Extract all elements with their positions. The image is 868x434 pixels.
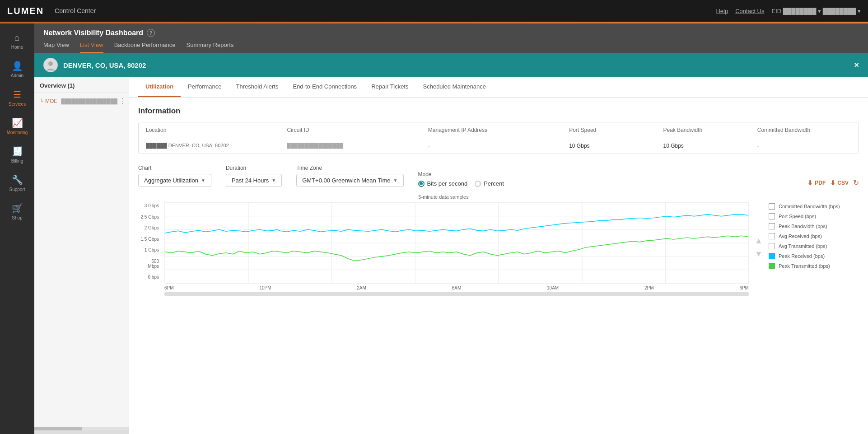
resize-handle[interactable] xyxy=(34,430,129,434)
contact-link[interactable]: Contact Us xyxy=(735,8,764,14)
chart-dropdown-arrow: ▼ xyxy=(201,178,205,183)
download-csv-icon: ⬇ xyxy=(830,179,835,187)
duration-value: Past 24 Hours xyxy=(232,177,269,184)
left-panel-scroll[interactable]: MOE ████████████████ ⋮ xyxy=(34,93,129,427)
scroll-up-icon[interactable]: ▲ xyxy=(755,236,763,246)
legend-checkbox-portspeed[interactable] xyxy=(769,213,775,219)
csv-button[interactable]: ⬇ CSV xyxy=(830,179,849,187)
tab-utilization[interactable]: Utilization xyxy=(138,77,181,97)
tab-e2e[interactable]: End-to-End Connections xyxy=(285,77,364,97)
duration-label: Duration xyxy=(226,165,282,171)
legend-label-4: Avg Transmitted (bps) xyxy=(779,243,827,249)
cell-location: ██████ DENVER, CO, USA, 80202 xyxy=(146,143,287,149)
legend-checkbox-avgreceived[interactable] xyxy=(769,233,775,239)
dashboard-title-row: Network Visibility Dashboard ? xyxy=(43,29,859,37)
timezone-selector-group: Time Zone GMT+0.00 Greenwich Mean Time ▼ xyxy=(296,165,403,187)
legend-checkbox-committed[interactable] xyxy=(769,203,775,210)
pdf-label: PDF xyxy=(815,180,826,186)
monitoring-icon: 📈 xyxy=(12,117,23,128)
right-panel[interactable]: Utilization Performance Threshold Alerts… xyxy=(129,77,868,434)
col-peak-bw: Peak Bandwidth xyxy=(663,127,757,133)
left-panel-hscroll-thumb xyxy=(34,427,82,430)
pdf-button[interactable]: ⬇ PDF xyxy=(807,179,826,187)
duration-selector-group: Duration Past 24 Hours ▼ xyxy=(226,165,282,187)
tab-summary[interactable]: Summary Reports xyxy=(187,42,234,53)
mode-bps-dot xyxy=(418,181,425,187)
y-label-2: 2 Gbps xyxy=(140,225,162,230)
duration-dropdown[interactable]: Past 24 Hours ▼ xyxy=(226,174,282,187)
panel-content: Information Location Circuit ID Manageme… xyxy=(129,98,868,305)
help-circle-icon[interactable]: ? xyxy=(147,29,155,37)
scroll-down-icon[interactable]: ▼ xyxy=(755,249,763,259)
mode-group: Mode Bits per second Percent xyxy=(418,171,504,187)
sidebar-item-shop[interactable]: 🛒 Shop xyxy=(0,197,34,226)
top-nav-right: Help Contact Us EID ████████ ▾ ████████ … xyxy=(716,8,861,14)
content-area: Network Visibility Dashboard ? Map View … xyxy=(34,23,868,434)
legend-checkbox-peakbw[interactable] xyxy=(769,223,775,229)
sidebar-item-home[interactable]: ⌂ Home xyxy=(0,27,34,55)
legend-checkbox-peaktransmitted[interactable] xyxy=(769,263,775,269)
chart-value: Aggregate Utilization xyxy=(144,177,198,184)
x-label-0: 6PM xyxy=(164,285,174,290)
mode-percent[interactable]: Percent xyxy=(475,180,504,187)
sidebar-label-home: Home xyxy=(11,45,23,50)
dashboard-title: Network Visibility Dashboard xyxy=(43,29,143,37)
download-pdf-icon: ⬇ xyxy=(807,179,813,187)
chart-svg xyxy=(164,202,749,284)
sidebar-item-monitoring[interactable]: 📈 Monitoring xyxy=(0,112,34,140)
chart-with-yaxis: 3 Gbps 2.5 Gbps 2 Gbps 1.5 Gbps 1 Gbps 5… xyxy=(138,202,749,290)
legend-checkbox-peakreceived[interactable] xyxy=(769,253,775,259)
dashboard-header: Network Visibility Dashboard ? Map View … xyxy=(34,23,868,53)
overview-title: Overview (1) xyxy=(40,82,75,89)
legend-label-3: Avg Received (bps) xyxy=(779,233,822,239)
shop-icon: 🛒 xyxy=(12,203,23,214)
billing-icon: 🧾 xyxy=(12,146,23,157)
help-link[interactable]: Help xyxy=(716,8,728,14)
mode-bps[interactable]: Bits per second xyxy=(418,180,468,187)
x-label-5: 2PM xyxy=(644,285,654,290)
info-section: Information Location Circuit ID Manageme… xyxy=(138,107,859,154)
tab-map-view[interactable]: Map View xyxy=(43,42,69,53)
sidebar-item-billing[interactable]: 🧾 Billing xyxy=(0,140,34,169)
chart-selector-group: Chart Aggregate Utilization ▼ xyxy=(138,165,211,187)
duration-dropdown-arrow: ▼ xyxy=(271,178,276,183)
chart-hscrollbar[interactable] xyxy=(164,292,749,296)
col-mgmt-ip: Management IP Address xyxy=(428,127,569,133)
eid-section: EID ████████ ▾ ████████ ▾ xyxy=(772,8,861,14)
services-icon: ☰ xyxy=(13,89,21,100)
legend: Committed Bandwidth (bps) Port Speed (bp… xyxy=(769,194,859,296)
timezone-dropdown[interactable]: GMT+0.00 Greenwich Mean Time ▼ xyxy=(296,174,403,187)
sidebar-label-shop: Shop xyxy=(12,215,22,220)
sidebar-item-services[interactable]: ☰ Services xyxy=(0,84,34,112)
chart-controls: Chart Aggregate Utilization ▼ Duration P… xyxy=(138,165,859,187)
x-label-2: 2AM xyxy=(357,285,366,290)
mode-label: Mode xyxy=(418,171,504,177)
tree-item[interactable]: MOE ████████████████ ⋮ xyxy=(34,93,129,109)
y-axis: 3 Gbps 2.5 Gbps 2 Gbps 1.5 Gbps 1 Gbps 5… xyxy=(138,202,164,290)
col-location: Location xyxy=(146,127,287,133)
tab-list-view[interactable]: List View xyxy=(80,42,103,53)
sidebar-item-admin[interactable]: 👤 Admin xyxy=(0,55,34,84)
action-buttons: ⬇ PDF ⬇ CSV ↻ xyxy=(807,178,859,187)
tab-repair[interactable]: Repair Tickets xyxy=(364,77,415,97)
location-avatar xyxy=(43,58,58,72)
overview-header: Overview (1) xyxy=(34,77,129,93)
logo: LUMEN xyxy=(7,6,44,16)
cell-peak-bw: 10 Gbps xyxy=(663,143,757,149)
refresh-button[interactable]: ↻ xyxy=(853,178,859,187)
close-button[interactable]: × xyxy=(854,61,859,70)
sidebar-item-support[interactable]: 🔧 Support xyxy=(0,169,34,197)
tab-backbone[interactable]: Backbone Performance xyxy=(114,42,176,53)
tab-performance[interactable]: Performance xyxy=(181,77,229,97)
y-label-0: 3 Gbps xyxy=(140,203,162,208)
left-panel-hscroll[interactable] xyxy=(34,427,129,430)
chart-dropdown[interactable]: Aggregate Utilization ▼ xyxy=(138,174,211,187)
tab-threshold[interactable]: Threshold Alerts xyxy=(229,77,286,97)
split-area: Overview (1) MOE ████████████████ ⋮ xyxy=(34,77,868,434)
legend-item-6: Peak Transmitted (bps) xyxy=(769,263,859,269)
main-layout: ⌂ Home 👤 Admin ☰ Services 📈 Monitoring 🧾… xyxy=(0,23,868,434)
tab-maintenance[interactable]: Scheduled Maintenance xyxy=(416,77,494,97)
legend-checkbox-avgtransmitted[interactable] xyxy=(769,243,775,249)
legend-item-1: Port Speed (bps) xyxy=(769,213,859,219)
tree-item-menu-dots[interactable]: ⋮ xyxy=(119,97,126,105)
